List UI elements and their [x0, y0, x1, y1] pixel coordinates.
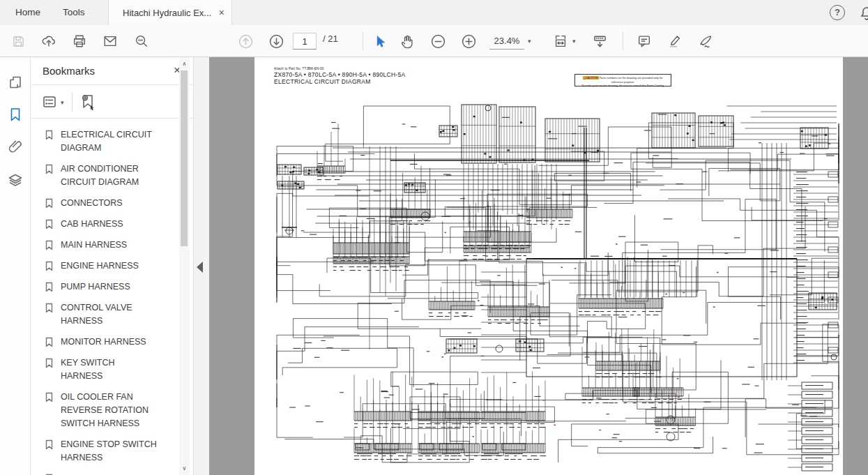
bookmark-item[interactable]: ENGINE HARNESS	[44, 259, 179, 273]
next-page-icon[interactable]	[264, 29, 289, 53]
bookmark-label: CAB HARNESS	[61, 218, 123, 231]
circuit-diagram-graphic	[254, 57, 843, 475]
layers-icon[interactable]	[7, 172, 24, 188]
bookmark-icon	[44, 130, 54, 140]
help-icon[interactable]: ?	[830, 5, 845, 20]
document-tab-title: Hitachi Hydraulic Ex...	[123, 8, 213, 18]
caution-box: △CAUTION: Parts numbers on the drawing a…	[574, 74, 671, 86]
page-header: Attach to Part No. TTJBM-EN-00 ZX870-5A …	[274, 67, 406, 85]
page-count-label: / 21	[323, 33, 338, 44]
fill-sign-icon[interactable]	[693, 29, 718, 53]
tab-document[interactable]: Hitachi Hydraulic Ex... ×	[108, 0, 232, 25]
bookmark-label: MAIN HARNESS	[61, 239, 127, 252]
zoom-level-value[interactable]: 23.4%	[489, 33, 524, 50]
attach-note: Attach to Part No. TTJBM-EN-00	[274, 67, 406, 70]
hand-tool-icon[interactable]	[395, 29, 420, 53]
bookmark-label: ELECTRICAL CIRCUIT DIAGRAM	[61, 128, 157, 155]
scrollbar-thumb[interactable]	[181, 70, 188, 246]
bookmarks-panel: Bookmarks × ▾ ELECTRICAL CIRCUIT DIAGRAM…	[31, 57, 193, 475]
bookmark-label: ENGINE STOP SWITCH HARNESS	[61, 438, 157, 465]
bookmark-icon	[44, 358, 54, 368]
bookmark-icon	[44, 164, 54, 174]
bookmark-label: MONITOR HARNESS	[61, 335, 146, 349]
bookmark-item[interactable]: AIR CONDITIONER CIRCUIT DIAGRAM	[44, 163, 179, 189]
bookmark-item[interactable]: KEY SWITCH HARNESS	[44, 356, 179, 383]
toolbar-separator	[623, 32, 623, 50]
add-bookmark-icon[interactable]	[79, 92, 97, 112]
zoom-dropdown-caret-icon[interactable]: ▾	[528, 38, 531, 45]
bookmark-item[interactable]: MONITOR HARNESS	[44, 335, 179, 349]
bookmark-item[interactable]: OIL COOLER FAN REVERSE ROTATION SWITCH H…	[44, 391, 179, 430]
zoom-in-icon[interactable]	[456, 29, 481, 53]
page-fit-caret-icon[interactable]: ▾	[572, 38, 576, 45]
document-viewport[interactable]: Attach to Part No. TTJBM-EN-00 ZX870-5A …	[209, 57, 868, 475]
bookmark-item[interactable]: ELECTRICAL CIRCUIT DIAGRAM	[44, 128, 179, 155]
panel-toolbar-separator	[72, 92, 73, 112]
scroll-down-icon[interactable]: ∨	[179, 463, 190, 474]
print-icon[interactable]	[67, 29, 92, 53]
bookmark-label: OIL COOLER FAN REVERSE ROTATION SWITCH H…	[61, 391, 157, 430]
page-fit-icon[interactable]	[548, 29, 573, 53]
bookmark-label: KEY SWITCH HARNESS	[61, 356, 157, 383]
toolbar-separator	[363, 32, 363, 50]
highlight-tool-icon[interactable]	[662, 29, 687, 53]
page-thumbnails-icon[interactable]	[7, 74, 24, 91]
select-tool-icon[interactable]	[367, 29, 393, 53]
tab-home[interactable]: Home	[11, 0, 45, 25]
bookmark-icon	[44, 303, 54, 313]
pdf-page[interactable]: Attach to Part No. TTJBM-EN-00 ZX870-5A …	[254, 57, 843, 475]
tab-bar: Home Tools Hitachi Hydraulic Ex... × ?	[0, 0, 868, 25]
acrobat-window: Home Tools Hitachi Hydraulic Ex... × ?	[0, 0, 868, 475]
bookmarks-list: ELECTRICAL CIRCUIT DIAGRAM AIR CONDITION…	[31, 119, 179, 475]
bookmark-item[interactable]: PIROT SHUT-OFF SOLENOID VALVE	[44, 472, 179, 475]
bookmark-item[interactable]: MAIN HARNESS	[44, 239, 179, 252]
main-toolbar: / 21 23.4% ▾ ▾	[0, 25, 868, 57]
navigation-rail	[0, 57, 31, 475]
caution-text-2: To order parts on the drawing, be sure t…	[581, 84, 664, 87]
bookmarks-panel-icon[interactable]	[7, 106, 24, 123]
bookmark-icon	[44, 337, 54, 347]
page-number-input[interactable]	[293, 33, 317, 50]
bookmark-label: ENGINE HARNESS	[61, 259, 139, 273]
zoom-out-icon[interactable]	[425, 29, 450, 53]
share-cloud-upload-icon[interactable]	[36, 29, 61, 53]
diagram-title: ELECTRICAL CIRCUIT DIAGRAM	[274, 78, 406, 85]
panel-splitter[interactable]	[193, 57, 209, 475]
bookmark-options-caret-icon[interactable]: ▾	[61, 99, 64, 106]
bookmark-icon	[44, 282, 54, 292]
model-line: ZX870-5A • 870LC-5A • 890H-5A • 890LCH-5…	[274, 71, 406, 78]
bookmark-item[interactable]: CONNECTORS	[44, 197, 179, 210]
comment-icon[interactable]	[632, 29, 657, 53]
ruler-tool-icon[interactable]	[587, 29, 612, 53]
caution-text-1: Parts numbers on the drawing are provide…	[600, 76, 663, 84]
attachments-icon[interactable]	[7, 138, 24, 155]
scroll-up-icon[interactable]: ∧	[179, 59, 190, 69]
notifications-bell-icon[interactable]	[858, 5, 868, 22]
previous-page-icon[interactable]	[233, 29, 258, 53]
bookmark-options-icon[interactable]	[41, 93, 58, 110]
bookmark-label: PIROT SHUT-OFF SOLENOID VALVE	[61, 472, 157, 475]
bookmarks-panel-toolbar: ▾	[31, 86, 193, 119]
tab-tools[interactable]: Tools	[59, 0, 89, 25]
email-icon[interactable]	[98, 29, 123, 53]
close-tab-icon[interactable]: ×	[219, 8, 224, 17]
search-icon[interactable]	[129, 29, 154, 53]
bookmark-label: AIR CONDITIONER CIRCUIT DIAGRAM	[61, 163, 157, 189]
bookmark-icon	[44, 198, 54, 209]
bookmark-item[interactable]: CONTROL VALVE HARNESS	[44, 301, 179, 328]
save-icon[interactable]	[6, 29, 31, 53]
bookmark-icon	[44, 439, 54, 450]
bookmark-item[interactable]: CAB HARNESS	[44, 218, 179, 231]
bookmark-item[interactable]: PUMP HARNESS	[44, 280, 179, 294]
bookmarks-panel-title: Bookmarks	[43, 65, 95, 77]
bookmark-label: CONTROL VALVE HARNESS	[61, 301, 157, 328]
bookmark-icon	[44, 261, 54, 271]
caution-label: △CAUTION:	[583, 76, 598, 80]
bookmark-item[interactable]: ENGINE STOP SWITCH HARNESS	[44, 438, 179, 465]
bookmarks-scrollbar[interactable]: ∧ ∨	[179, 57, 190, 475]
bookmark-icon	[44, 240, 54, 250]
bookmark-label: PUMP HARNESS	[61, 280, 130, 294]
bookmark-icon	[44, 392, 54, 402]
bookmarks-panel-header: Bookmarks ×	[31, 57, 193, 85]
collapse-panel-icon[interactable]	[197, 262, 203, 273]
